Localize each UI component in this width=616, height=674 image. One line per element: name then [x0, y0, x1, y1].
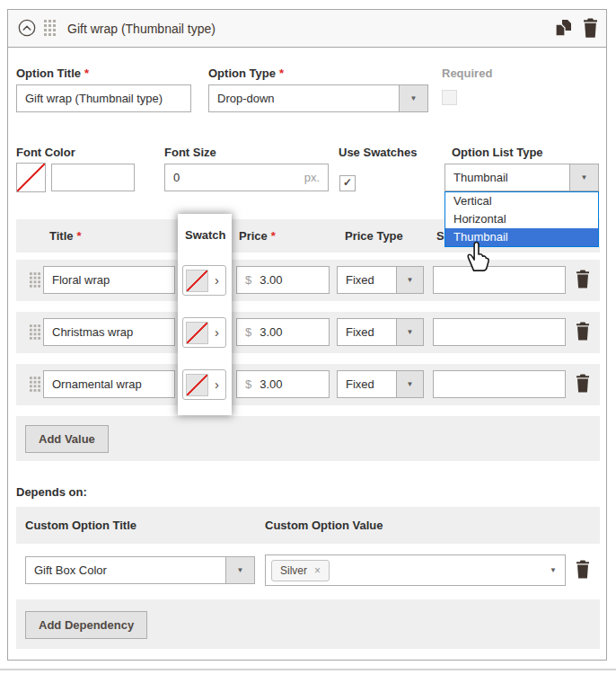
required-asterisk: *: [268, 229, 276, 243]
dropdown-option-thumbnail[interactable]: Thumbnail: [445, 228, 598, 246]
font-size-label: Font Size: [164, 146, 216, 159]
option-type-value: Drop-down: [217, 92, 275, 105]
required-label: Required: [442, 67, 492, 80]
delete-value-button[interactable]: [576, 322, 590, 344]
value-title-input[interactable]: [43, 370, 175, 398]
dropdown-option-vertical[interactable]: Vertical: [445, 192, 598, 210]
value-title-input[interactable]: [43, 266, 175, 294]
value-sku-input[interactable]: [433, 318, 566, 346]
trash-icon: [576, 560, 590, 579]
chevron-down-icon[interactable]: ▼: [225, 557, 254, 583]
trash-icon: [576, 270, 590, 288]
font-color-swatch-button[interactable]: [16, 163, 46, 192]
chevron-down-icon[interactable]: ▼: [396, 319, 423, 345]
col-title-header: Title*: [49, 229, 82, 243]
custom-option-editor: Gift wrap (Thumbnail type) Option Title*…: [0, 0, 616, 674]
chevron-down-icon[interactable]: ▼: [550, 566, 557, 574]
col-price-type-header: Price Type: [345, 229, 403, 243]
option-panel-title: Gift wrap (Thumbnail type): [67, 22, 216, 36]
price-type-value: Fixed: [346, 273, 374, 287]
price-type-select[interactable]: Fixed ▼: [337, 370, 424, 398]
swatch-picker[interactable]: ›: [182, 265, 226, 296]
delete-value-button[interactable]: [576, 270, 590, 292]
option-list-type-select[interactable]: Thumbnail ▼: [444, 164, 599, 191]
use-swatches-label: Use Swatches: [339, 146, 417, 159]
chevron-right-icon[interactable]: ›: [208, 318, 225, 347]
swatch-picker[interactable]: ›: [182, 369, 226, 400]
dropdown-option-horizontal[interactable]: Horizontal: [445, 210, 598, 228]
row-drag-handle[interactable]: [30, 324, 40, 343]
price-value: 3.00: [260, 377, 282, 391]
font-size-unit: px.: [304, 171, 320, 184]
price-type-select[interactable]: Fixed ▼: [337, 318, 424, 346]
copy-icon: [553, 18, 573, 38]
checkmark-icon: ✓: [343, 176, 352, 189]
chevron-down-icon[interactable]: ▼: [569, 164, 598, 191]
option-list-type-value: Thumbnail: [453, 171, 508, 184]
font-color-label: Font Color: [16, 146, 75, 159]
swatch-picker[interactable]: ›: [182, 317, 226, 348]
collapse-button[interactable]: [18, 19, 36, 40]
add-dependency-button[interactable]: Add Dependency: [25, 611, 147, 639]
chevron-right-icon[interactable]: ›: [208, 266, 225, 295]
delete-value-button[interactable]: [576, 374, 590, 396]
font-color-input[interactable]: [51, 164, 135, 191]
custom-option-title-header: Custom Option Title: [25, 519, 136, 532]
currency-symbol: $: [245, 377, 251, 391]
value-price-input[interactable]: $ 3.00: [236, 266, 330, 294]
value-sku-input[interactable]: [433, 370, 566, 398]
chevron-right-icon[interactable]: ›: [208, 370, 225, 399]
duplicate-option-button[interactable]: [553, 18, 573, 41]
trash-icon: [583, 18, 598, 38]
option-title-input[interactable]: [16, 84, 191, 112]
required-asterisk: *: [276, 67, 284, 80]
col-swatch-header: Swatch: [185, 228, 226, 242]
font-size-value: 0: [173, 171, 180, 184]
chevron-down-icon[interactable]: ▼: [399, 85, 427, 111]
trash-icon: [576, 322, 590, 341]
trash-icon: [576, 374, 590, 393]
value-price-input[interactable]: $ 3.00: [236, 370, 330, 398]
font-size-input[interactable]: 0 px.: [164, 164, 329, 191]
option-list-type-dropdown: Vertical Horizontal Thumbnail: [444, 191, 599, 247]
currency-symbol: $: [245, 325, 251, 339]
swatch-preview[interactable]: [186, 374, 208, 396]
remove-tag-icon[interactable]: ×: [314, 564, 321, 577]
option-list-type-label: Option List Type: [452, 146, 543, 159]
required-asterisk: *: [81, 67, 89, 80]
chevron-up-circle-icon: [18, 19, 36, 37]
col-price-header: Price*: [239, 229, 276, 243]
price-type-value: Fixed: [346, 325, 374, 339]
selected-value-tag: Silver ×: [271, 560, 330, 581]
grid-dots-icon: [30, 272, 40, 288]
grid-dots-icon: [30, 324, 40, 340]
depends-on-heading: Depends on:: [16, 485, 87, 499]
value-title-input[interactable]: [43, 318, 175, 346]
currency-symbol: $: [245, 273, 251, 287]
custom-option-value-multiselect[interactable]: Silver × ▼: [265, 554, 566, 586]
required-asterisk: *: [74, 229, 82, 243]
grid-dots-icon: [44, 20, 56, 36]
drag-handle[interactable]: [44, 20, 56, 40]
grid-dots-icon: [30, 377, 40, 392]
row-drag-handle[interactable]: [30, 272, 40, 291]
custom-option-title-value: Gift Box Color: [34, 563, 107, 577]
value-sku-input[interactable]: [433, 266, 566, 294]
price-type-value: Fixed: [346, 377, 374, 391]
price-value: 3.00: [260, 273, 282, 287]
custom-option-title-select[interactable]: Gift Box Color ▼: [25, 556, 255, 584]
option-type-select[interactable]: Drop-down ▼: [208, 84, 428, 112]
delete-option-button[interactable]: [583, 18, 598, 41]
swatch-column-overlay: Swatch › › ›: [178, 214, 232, 415]
swatch-preview[interactable]: [186, 270, 208, 292]
row-drag-handle[interactable]: [30, 377, 40, 395]
price-type-select[interactable]: Fixed ▼: [337, 266, 424, 294]
chevron-down-icon[interactable]: ▼: [396, 267, 423, 293]
value-price-input[interactable]: $ 3.00: [236, 318, 330, 346]
add-value-button[interactable]: Add Value: [25, 425, 109, 453]
use-swatches-checkbox[interactable]: ✓: [339, 175, 356, 191]
chevron-down-icon[interactable]: ▼: [396, 371, 423, 397]
delete-dependency-button[interactable]: [576, 560, 590, 582]
page-divider: [0, 669, 616, 670]
swatch-preview[interactable]: [186, 322, 208, 344]
